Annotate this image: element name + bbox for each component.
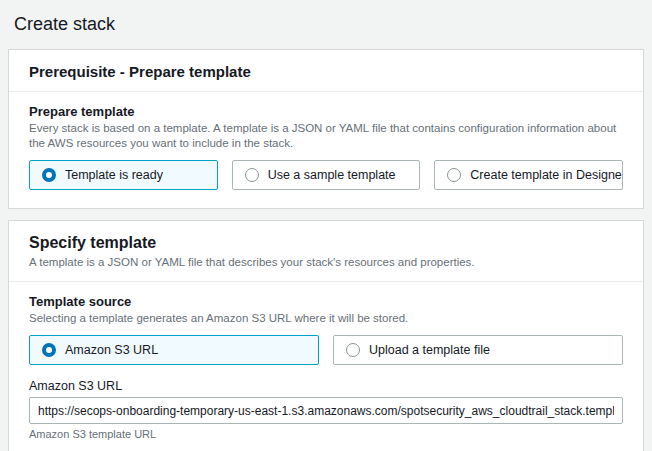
radio-tile-label: Use a sample template	[268, 168, 396, 182]
template-source-options: Amazon S3 URL Upload a template file	[29, 335, 623, 365]
template-source-description: Selecting a template generates an Amazon…	[29, 311, 623, 326]
page-title: Create stack	[14, 14, 644, 35]
prerequisite-section-title: Prerequisite - Prepare template	[29, 63, 623, 80]
prepare-template-description: Every stack is based on a template. A te…	[29, 121, 623, 151]
radio-unselected-icon	[447, 168, 461, 182]
prerequisite-section-body: Prepare template Every stack is based on…	[9, 92, 643, 208]
prepare-template-options: Template is ready Use a sample template …	[29, 160, 623, 190]
radio-unselected-icon	[346, 343, 360, 357]
prepare-template-label: Prepare template	[29, 104, 623, 119]
specify-template-description: A template is a JSON or YAML file that d…	[29, 255, 623, 271]
specify-template-section: Specify template A template is a JSON or…	[8, 220, 644, 451]
radio-selected-icon	[42, 343, 56, 357]
radio-tile-upload-template-file[interactable]: Upload a template file	[333, 335, 623, 365]
prerequisite-section: Prerequisite - Prepare template Prepare …	[8, 49, 644, 209]
specify-template-title: Specify template	[29, 234, 623, 252]
radio-tile-label: Create template in Designer	[470, 168, 623, 182]
radio-tile-amazon-s3-url[interactable]: Amazon S3 URL	[29, 335, 319, 365]
radio-tile-label: Upload a template file	[369, 343, 490, 357]
specify-template-body: Template source Selecting a template gen…	[9, 282, 643, 451]
amazon-s3-url-input[interactable]	[29, 397, 623, 424]
create-stack-page: Create stack Prerequisite - Prepare temp…	[0, 0, 652, 451]
radio-tile-label: Template is ready	[65, 168, 163, 182]
specify-template-header: Specify template A template is a JSON or…	[9, 221, 643, 283]
prerequisite-section-header: Prerequisite - Prepare template	[9, 50, 643, 92]
radio-unselected-icon	[245, 168, 259, 182]
radio-selected-icon	[42, 168, 56, 182]
amazon-s3-url-label: Amazon S3 URL	[29, 379, 623, 393]
radio-tile-create-template-in-designer[interactable]: Create template in Designer	[434, 160, 623, 190]
radio-tile-use-sample-template[interactable]: Use a sample template	[232, 160, 421, 190]
template-source-label: Template source	[29, 294, 623, 309]
radio-tile-template-is-ready[interactable]: Template is ready	[29, 160, 218, 190]
amazon-s3-url-helper: Amazon S3 template URL	[29, 428, 623, 440]
radio-tile-label: Amazon S3 URL	[65, 343, 158, 357]
